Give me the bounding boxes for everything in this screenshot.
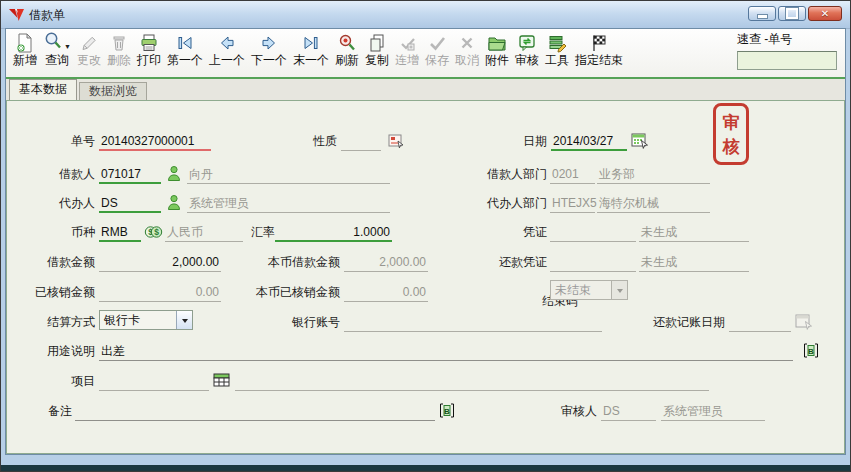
copy-icon [367,32,387,53]
svg-text:B: B [808,347,814,356]
toolbar-button-label: 审核 [515,54,539,67]
remark-field[interactable] [75,401,435,421]
audit-stamp: 审核 [713,103,749,165]
minimize-button[interactable] [748,6,776,21]
chevron-down-icon[interactable] [176,311,192,329]
purpose-field[interactable]: 出差 [99,341,793,361]
voucher-field [550,222,636,242]
toolbar-button-specify-end[interactable]: 指定结束 [572,31,626,68]
maximize-button[interactable] [778,6,806,21]
bank-account-label: 银行账号 [260,312,340,332]
person-icon[interactable] [166,194,182,214]
cancel-icon [457,32,477,53]
person-icon[interactable] [166,165,182,185]
toolbar-button-audit[interactable]: 审核 [512,31,542,68]
settle-method-combobox[interactable]: 银行卡 [99,310,193,330]
toolbar-button-attachment[interactable]: 附件 [482,31,512,68]
save-icon [427,32,447,53]
toolbar-button-label: 复制 [365,54,389,67]
currency-name-field: 人民币 [165,222,243,242]
svg-text:B: B [444,407,450,416]
toolbar-button-previous[interactable]: 上一个 [206,31,248,68]
toolbar-button-label: 新增 [13,54,37,67]
borrower-name-field: 向丹 [187,164,390,184]
repay-book-date-field [729,312,791,332]
titlebar[interactable]: 借款单 ✕ [1,1,850,29]
toolbar-button-label: 取消 [455,54,479,67]
calendar-icon[interactable] [631,132,649,152]
bank-account-field[interactable] [344,312,602,332]
window-bottom-edge [1,465,850,471]
auditor-name-field: 系统管理员 [661,401,765,421]
nature-label: 性质 [287,131,337,151]
borrower-dept-label: 借款人部门 [482,164,547,184]
borrower-label: 借款人 [15,164,95,184]
toolbar-button-next[interactable]: 下一个 [248,31,290,68]
local-loan-amount-label: 本币借款金额 [262,252,340,272]
toolbar-button-print[interactable]: 打印 [134,31,164,68]
toolbar-button-label: 指定结束 [575,54,623,67]
close-button[interactable]: ✕ [808,6,842,21]
toolbar-button-cancel: 取消 [452,31,482,68]
quick-search-input[interactable] [737,51,837,70]
memo-icon[interactable]: B [439,402,455,422]
currency-code-field[interactable]: RMB [99,222,141,242]
toolbar-button-tools[interactable]: 工具 [542,31,572,68]
audit-icon [517,32,537,53]
borrower-code-field[interactable]: 071017 [99,164,161,184]
toolbar-button-save: 保存 [422,31,452,68]
tab-basic-data[interactable]: 基本数据 [9,79,77,100]
loan-amount-field[interactable]: 2,000.00 [99,252,221,272]
nature-picker-icon[interactable] [388,133,404,152]
agent-dept-label: 代办人部门 [482,193,547,213]
repay-book-date-label: 还款记账日期 [647,312,725,332]
settle-method-label: 结算方式 [15,312,95,332]
toolbar-button-first[interactable]: 第一个 [164,31,206,68]
chevron-down-icon[interactable]: ▼ [64,43,71,50]
date-field[interactable]: 2014/03/27 [551,131,627,151]
remark-label: 备注 [15,401,72,421]
toolbar-button-label: 附件 [485,54,509,67]
memo-icon[interactable]: B [803,342,819,362]
repay-voucher-status-field: 未生成 [639,252,749,272]
toolbar-button-append: 连增 [392,31,422,68]
toolbar-button-label: 刷新 [335,54,359,67]
toolbar-button-label: 上一个 [209,54,245,67]
append-icon [397,32,417,53]
toolbar-button-label: 更改 [77,54,101,67]
refresh-icon [337,32,357,53]
last-record-icon [301,32,321,53]
project-label: 项目 [15,371,95,391]
project-name-field[interactable] [235,371,709,391]
exchange-rate-field[interactable]: 1.0000 [275,222,392,242]
toolbar-button-last[interactable]: 末一个 [290,31,332,68]
search-icon [43,31,63,55]
toolbar-button-new[interactable]: 新增 [10,31,40,68]
borrower-dept-code-field: 0201 [550,164,595,184]
project-code-field[interactable] [99,371,209,391]
next-record-icon [259,32,279,53]
currency-icon[interactable]: $$ [144,224,163,243]
agent-code-field[interactable]: DS [99,193,161,213]
auditor-code-field: DS [601,401,656,421]
window-title: 借款单 [29,7,65,24]
minimize-icon [757,14,768,19]
calendar-disabled-icon [795,313,813,333]
tools-icon [547,32,567,53]
date-label: 日期 [497,131,547,151]
written-off-amount-field: 0.00 [99,282,221,302]
toolbar-button-copy[interactable]: 复制 [362,31,392,68]
nature-field[interactable] [341,131,381,151]
exchange-rate-label: 汇率 [245,222,275,242]
repay-voucher-label: 还款凭证 [485,252,547,272]
voucher-label: 凭证 [497,222,547,242]
tab-data-browse[interactable]: 数据浏览 [79,82,147,100]
end-code-value: 未结束 [551,281,611,299]
repay-voucher-field [550,252,636,272]
attachment-icon [487,32,507,53]
toolbar-button-refresh[interactable]: 刷新 [332,31,362,68]
order-no-field[interactable]: 20140327000001 [99,131,211,151]
toolbar-button-query[interactable]: ▼ 查询 [40,31,74,68]
toolbar-button-label: 末一个 [293,54,329,67]
project-grid-icon[interactable] [213,373,231,391]
